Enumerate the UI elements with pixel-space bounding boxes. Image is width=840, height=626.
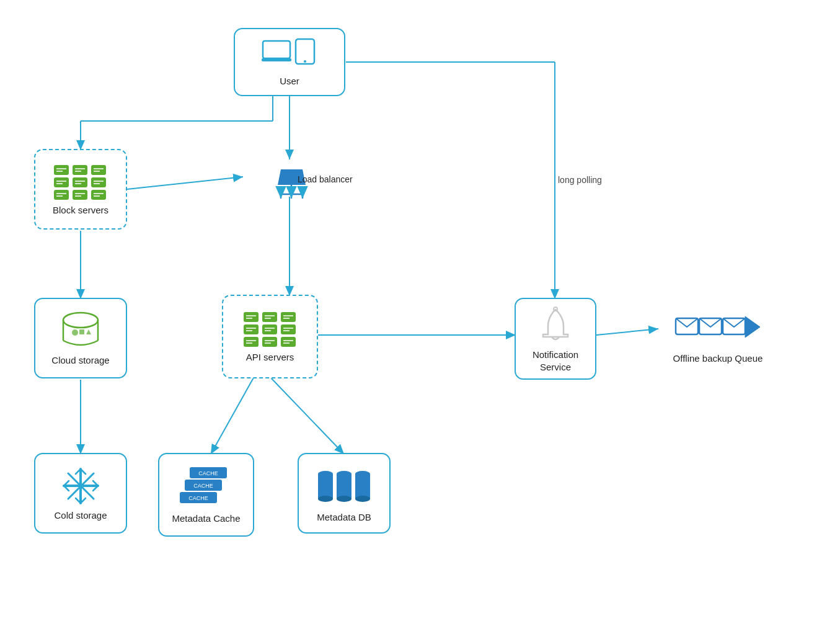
load-balancer-node: Load balancer (260, 158, 322, 208)
offline-queue-icon (674, 313, 761, 349)
svg-rect-116 (355, 474, 370, 499)
metadata-cache-icon: CACHE CACHE CACHE (179, 466, 234, 509)
svg-rect-41 (73, 190, 87, 200)
svg-point-53 (63, 313, 98, 328)
svg-rect-80 (262, 337, 277, 347)
svg-rect-20 (54, 165, 69, 175)
metadata-cache-label: Metadata Cache (172, 513, 240, 524)
metadata-db-label: Metadata DB (317, 512, 371, 522)
svg-rect-57 (79, 329, 84, 334)
metadata-db-node: Metadata DB (298, 453, 391, 534)
notification-service-label: NotificationService (533, 349, 578, 373)
api-servers-icon (242, 311, 298, 348)
cloud-storage-icon (58, 311, 104, 351)
svg-rect-44 (91, 190, 106, 200)
svg-line-13 (211, 377, 254, 454)
offline-queue-label: Offline backup Queue (673, 353, 763, 364)
svg-rect-77 (244, 337, 259, 347)
svg-line-10 (127, 177, 243, 189)
svg-rect-68 (244, 324, 259, 334)
svg-rect-83 (281, 337, 296, 347)
svg-marker-90 (745, 316, 760, 338)
api-servers-label: API servers (246, 352, 294, 362)
svg-rect-38 (54, 190, 69, 200)
user-icon (262, 38, 317, 72)
svg-text:CACHE: CACHE (198, 470, 218, 476)
cloud-storage-label: Cloud storage (51, 355, 109, 365)
svg-point-114 (337, 496, 351, 502)
svg-rect-29 (54, 177, 69, 187)
svg-text:CACHE: CACHE (188, 495, 208, 501)
user-node: User (234, 28, 345, 96)
svg-rect-59 (244, 312, 259, 322)
block-servers-node: Block servers (34, 149, 127, 230)
metadata-db-icon (316, 465, 372, 508)
svg-text:CACHE: CACHE (193, 483, 213, 489)
cold-storage-icon (61, 466, 101, 506)
metadata-cache-node: CACHE CACHE CACHE Metadata Cache (158, 453, 254, 537)
svg-rect-62 (262, 312, 277, 322)
notification-service-icon (536, 305, 576, 345)
svg-rect-16 (263, 41, 290, 58)
load-balancer-label: Load balancer (298, 174, 353, 184)
svg-point-111 (318, 496, 333, 502)
svg-rect-113 (337, 474, 351, 499)
svg-rect-65 (281, 312, 296, 322)
svg-rect-23 (73, 165, 87, 175)
user-label: User (280, 76, 299, 86)
svg-rect-71 (262, 324, 277, 334)
svg-rect-35 (91, 177, 106, 187)
svg-rect-17 (262, 58, 291, 61)
diagram: long polling (0, 0, 840, 626)
svg-point-19 (304, 60, 306, 63)
block-servers-label: Block servers (53, 205, 108, 215)
svg-rect-32 (73, 177, 87, 187)
svg-point-117 (355, 496, 370, 502)
block-servers-icon (53, 164, 108, 201)
cold-storage-node: Cold storage (34, 453, 127, 534)
offline-queue-node: Offline backup Queue (656, 304, 780, 372)
api-servers-node: API servers (222, 295, 318, 378)
svg-marker-58 (86, 329, 91, 334)
notification-service-node: NotificationService (515, 298, 596, 380)
cloud-storage-node: Cloud storage (34, 298, 127, 378)
svg-rect-26 (91, 165, 106, 175)
svg-rect-110 (318, 474, 333, 499)
svg-point-56 (72, 329, 78, 336)
cold-storage-label: Cold storage (54, 510, 107, 521)
svg-text:long polling: long polling (558, 175, 602, 185)
svg-rect-74 (281, 324, 296, 334)
svg-line-15 (596, 329, 658, 335)
svg-line-14 (270, 377, 344, 454)
